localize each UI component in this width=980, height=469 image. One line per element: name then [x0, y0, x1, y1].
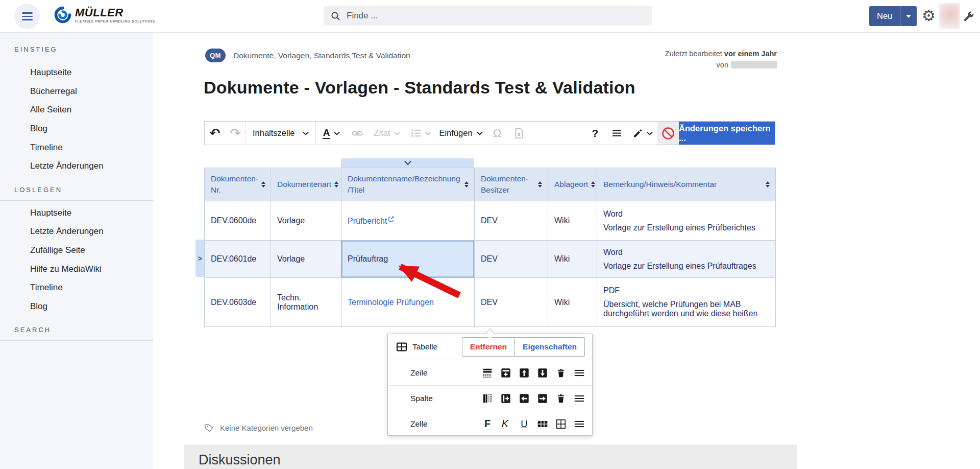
sidebar-item-buecherregal[interactable]: Bücherregal — [0, 82, 153, 101]
cell-besitzer[interactable]: DEV — [475, 241, 548, 278]
move-row-up-icon[interactable] — [519, 367, 530, 379]
cell-grid-icon[interactable] — [555, 418, 567, 430]
move-column-right-icon[interactable] — [537, 393, 548, 404]
cell-ablageort[interactable]: Wiki — [548, 278, 597, 327]
sort-icon[interactable] — [538, 181, 542, 188]
brand-logo[interactable]: MÜLLER FLEXIBLE PAPER HANDLING SOLUTIONS — [54, 5, 155, 25]
editing-mode-dropdown[interactable] — [628, 122, 657, 145]
cancel-editing-button[interactable] — [657, 122, 679, 145]
document-link[interactable]: Terminologie Prüfungen — [348, 298, 434, 307]
cell-ablageort[interactable]: Wiki — [548, 241, 597, 278]
insert-row-icon[interactable] — [500, 367, 511, 379]
tools-wrench-icon[interactable] — [963, 11, 974, 22]
cell-besitzer[interactable]: DEV — [475, 278, 548, 327]
cell-name[interactable]: Terminologie Prüfungen — [341, 278, 475, 327]
cell-bemerkung[interactable]: Word Vorlage zur Erstellung eines Prüfau… — [597, 241, 776, 278]
cell-art[interactable]: Techn. Information — [271, 278, 341, 327]
sidebar-item-hilfe-mediawiki[interactable]: Hilfe zu MediaWiki — [0, 260, 153, 278]
cell-ablageort[interactable]: Wiki — [548, 201, 597, 241]
list-format-dropdown[interactable] — [406, 122, 435, 145]
cell-art[interactable]: Vorlage — [271, 201, 341, 241]
move-column-left-icon[interactable] — [519, 393, 530, 404]
paragraph-format-dropdown[interactable]: Inhaltszelle — [246, 122, 316, 145]
sidebar-item-alle-seiten[interactable]: Alle Seiten — [0, 101, 153, 120]
save-changes-button[interactable]: Änderungen speichern ... — [679, 122, 775, 145]
sidebar-item-hauptseite-2[interactable]: Hauptseite — [0, 204, 153, 223]
sidebar-item-timeline[interactable]: Timeline — [0, 138, 153, 157]
namespace-badge[interactable]: QM — [205, 49, 226, 62]
new-page-split-button[interactable]: Neu — [869, 6, 917, 26]
cell-name-selected[interactable]: Prüfauftrag — [341, 241, 475, 278]
link-button[interactable] — [347, 122, 368, 145]
cell-more-options-icon[interactable] — [574, 418, 585, 430]
merge-cells-icon[interactable] — [537, 418, 548, 430]
sidebar-item-hauptseite[interactable]: Hauptseite — [0, 63, 153, 82]
table-remove-button[interactable]: Entfernen — [462, 337, 515, 357]
cell-nr[interactable]: DEV.0603de — [205, 278, 271, 327]
column-header-bemerkung[interactable]: Bemerkung/Hinweis/Kommentar — [597, 168, 776, 201]
user-avatar[interactable] — [939, 3, 960, 29]
column-header-ablageort[interactable]: Ablageort — [548, 168, 597, 201]
sidebar-item-letzte-aenderungen[interactable]: Letzte Änderungen — [0, 157, 153, 176]
delete-column-icon[interactable] — [555, 393, 567, 404]
cell-nr[interactable]: DEV.0600de — [205, 201, 271, 241]
row-header-toggle-icon[interactable] — [482, 367, 493, 379]
insert-dropdown[interactable]: Einfügen — [435, 122, 486, 145]
search-bar[interactable] — [324, 6, 652, 26]
italic-icon[interactable]: K — [500, 418, 511, 430]
cell-nr[interactable]: DEV.0601de — [205, 241, 271, 278]
cell-besitzer[interactable]: DEV — [475, 201, 548, 241]
sort-icon[interactable] — [464, 181, 469, 188]
citation-dropdown[interactable]: Zitat — [368, 122, 406, 145]
discussions-heading: Diskussionen — [199, 452, 797, 468]
sidebar-item-timeline-2[interactable]: Timeline — [0, 278, 153, 297]
sort-icon[interactable] — [261, 181, 265, 188]
table-properties-button[interactable]: Eigenschaften — [515, 337, 585, 357]
document-link[interactable]: Prüfbericht — [348, 217, 387, 225]
delete-row-icon[interactable] — [555, 367, 567, 379]
column-header-besitzer[interactable]: Dokumenten-Besitzer — [475, 168, 548, 201]
column-header-dokumentenart[interactable]: Dokumentenart — [271, 168, 341, 201]
settings-gear-icon[interactable]: ⚙ — [922, 7, 936, 25]
new-page-dropdown-button[interactable] — [900, 6, 917, 26]
sidebar-item-blog-2[interactable]: Blog — [0, 297, 153, 316]
column-label: Spalte — [410, 394, 433, 403]
text-style-dropdown[interactable]: A — [316, 122, 347, 145]
redo-button[interactable]: ↷ — [225, 122, 246, 145]
special-character-button[interactable]: Ω — [486, 122, 508, 145]
page-options-button[interactable] — [605, 122, 628, 145]
help-button[interactable]: ? — [585, 122, 605, 145]
row-select-handle[interactable]: > — [195, 240, 204, 277]
new-page-button-label[interactable]: Neu — [869, 6, 900, 26]
sort-icon[interactable] — [334, 181, 338, 188]
brand-tagline: FLEXIBLE PAPER HANDLING SOLUTIONS — [75, 19, 155, 23]
sidebar-item-blog[interactable]: Blog — [0, 120, 153, 138]
row-more-options-icon[interactable] — [574, 367, 585, 379]
move-row-down-icon[interactable] — [537, 367, 548, 379]
sort-icon[interactable] — [766, 181, 770, 188]
column-more-options-icon[interactable] — [574, 393, 585, 404]
bold-icon[interactable]: F — [482, 418, 493, 430]
bullet-list-icon — [411, 128, 422, 138]
text-style-icon: A — [323, 128, 331, 139]
main-menu-button[interactable] — [14, 4, 40, 29]
reference-button[interactable] — [508, 122, 530, 145]
sidebar-item-letzte-aenderungen-2[interactable]: Letzte Änderungen — [0, 222, 153, 241]
column-header-dokumenten-nr[interactable]: Dokumenten-Nr. — [205, 168, 271, 201]
column-header-toggle-icon[interactable] — [482, 393, 493, 404]
cell-bemerkung[interactable]: Word Vorlage zur Erstellung eines Prüfbe… — [597, 201, 776, 241]
sidebar-item-zufaellige-seite[interactable]: Zufällige Seite — [0, 241, 153, 260]
cell-name[interactable]: Prüfbericht — [341, 201, 475, 241]
insert-column-icon[interactable] — [500, 393, 511, 404]
sort-icon[interactable] — [591, 181, 595, 188]
search-input[interactable] — [347, 11, 622, 21]
cell-bemerkung[interactable]: PDF Übersicht, welche Prüfungen bei MAB … — [597, 278, 776, 327]
column-header-dokumentenname[interactable]: Dokumentenname/Bezeichnung /Titel — [341, 168, 475, 201]
pencil-icon — [633, 128, 643, 138]
column-select-handle[interactable] — [341, 158, 474, 168]
breadcrumb: QM Dokumente, Vorlagen, Standards Test &… — [205, 49, 410, 62]
undo-button[interactable]: ↶ — [205, 122, 225, 145]
breadcrumb-text[interactable]: Dokumente, Vorlagen, Standards Test & Va… — [233, 51, 410, 60]
cell-art[interactable]: Vorlage — [271, 241, 341, 278]
underline-icon[interactable]: U — [519, 418, 530, 430]
